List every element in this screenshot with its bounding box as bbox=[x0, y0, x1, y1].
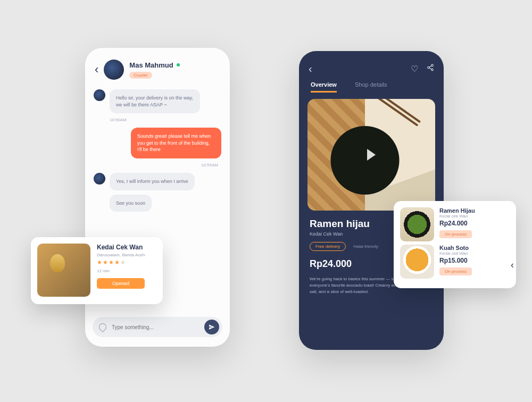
order-shop: Kedai cek Wan bbox=[439, 251, 472, 256]
order-price: Rp15.000 bbox=[439, 257, 472, 264]
order-thumb bbox=[400, 207, 434, 241]
halal-label: Halal-friendly bbox=[353, 244, 378, 249]
message-input[interactable] bbox=[112, 324, 199, 330]
order-name: Ramen Hijau bbox=[439, 207, 475, 214]
avatar bbox=[94, 173, 105, 185]
tab-shop-details[interactable]: Shop details bbox=[355, 81, 387, 93]
attachment-icon[interactable] bbox=[99, 323, 106, 331]
message-composer bbox=[93, 317, 222, 337]
contact-name: Mas Mahmud bbox=[129, 61, 173, 69]
rating-stars-icon: ★★★★★ bbox=[97, 259, 156, 266]
shop-address: Darussalam, Banda Aceh bbox=[97, 253, 156, 257]
product-hero[interactable] bbox=[307, 99, 435, 211]
shop-card[interactable]: Kedai Cek Wan Darussalam, Banda Aceh ★★★… bbox=[31, 237, 163, 304]
back-icon[interactable]: ‹ bbox=[309, 63, 312, 75]
role-badge: Courier bbox=[129, 72, 152, 79]
orders-card: Ramen Hijau Kedai cek Wan Rp24.000 On pr… bbox=[394, 201, 516, 288]
timestamp: 10:55AM bbox=[94, 163, 218, 168]
message-incoming: See you soon bbox=[110, 195, 152, 212]
svg-point-1 bbox=[428, 66, 430, 69]
shop-photo bbox=[37, 244, 90, 297]
avatar bbox=[94, 89, 105, 101]
open-badge: Opened bbox=[97, 278, 145, 289]
order-price: Rp24.000 bbox=[439, 220, 475, 227]
message-incoming: Yes, I will inform you when I arrive bbox=[110, 173, 195, 190]
chat-header: ‹ Mas Mahmud Courier bbox=[85, 48, 230, 85]
shop-eta: 12 min bbox=[97, 269, 156, 273]
play-icon[interactable] bbox=[367, 149, 376, 161]
chevron-left-icon[interactable]: ‹ bbox=[511, 259, 514, 271]
timestamp: 10:50AM bbox=[110, 118, 221, 122]
status-badge: On process bbox=[439, 267, 472, 275]
product-topbar: ‹ ♡ bbox=[299, 51, 444, 81]
product-screen: ‹ ♡ Overview Shop details Ramen hijau Ke… bbox=[299, 51, 444, 350]
shop-name: Kedai Cek Wan bbox=[97, 244, 156, 251]
order-item[interactable]: Kuah Soto Kedai cek Wan Rp15.000 On proc… bbox=[400, 245, 510, 279]
back-icon[interactable]: ‹ bbox=[95, 63, 98, 77]
order-name: Kuah Soto bbox=[439, 245, 472, 251]
online-dot-icon bbox=[177, 63, 180, 66]
avatar[interactable] bbox=[104, 60, 124, 80]
message-outgoing: Sounds great! please tell me when you ge… bbox=[131, 128, 221, 158]
message-thread: Hello sir, your delivery is on the way, … bbox=[85, 85, 230, 212]
svg-point-2 bbox=[431, 69, 434, 71]
svg-point-0 bbox=[431, 64, 434, 66]
order-thumb bbox=[400, 245, 434, 279]
order-item[interactable]: Ramen Hijau Kedai cek Wan Rp24.000 On pr… bbox=[400, 207, 510, 241]
status-badge: On process bbox=[439, 230, 472, 238]
free-delivery-badge: Free delivery bbox=[310, 242, 346, 251]
send-button[interactable] bbox=[204, 320, 219, 334]
product-tabs: Overview Shop details bbox=[299, 81, 444, 93]
message-incoming: Hello sir, your delivery is on the way, … bbox=[110, 89, 200, 113]
order-shop: Kedai cek Wan bbox=[439, 214, 475, 219]
heart-icon[interactable]: ♡ bbox=[411, 64, 418, 74]
tab-overview[interactable]: Overview bbox=[311, 81, 337, 93]
share-icon[interactable] bbox=[427, 64, 434, 74]
